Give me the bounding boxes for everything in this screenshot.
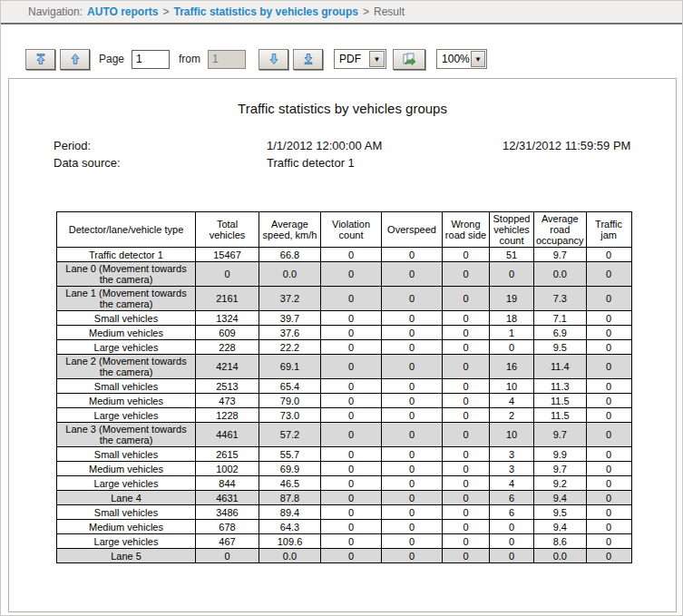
breadcrumb-auto-reports[interactable]: AUTO reports (87, 5, 158, 18)
cell-value: 18 (490, 311, 534, 326)
cell-value: 7.3 (534, 287, 587, 311)
column-header: Total vehicles (196, 212, 259, 248)
report-page: Traffic statistics by vehicles groups Pe… (8, 78, 677, 612)
total-pages-field (208, 50, 246, 69)
cell-value: 2 (490, 408, 534, 423)
cell-value: 109.6 (259, 534, 321, 549)
cell-value: 4214 (196, 355, 259, 379)
cell-value: 0 (490, 340, 534, 355)
table-row: Small vehicles348689.400069.50 (57, 505, 632, 520)
cell-value: 64.3 (259, 520, 321, 534)
last-page-button[interactable] (293, 49, 323, 70)
table-row: Medium vehicles47379.0000411.50 (57, 394, 632, 408)
cell-value: 0 (321, 340, 382, 355)
cell-value: 37.6 (259, 326, 321, 340)
row-label: Lane 3 (Movement towards the camera) (57, 423, 196, 447)
page-label: Page (99, 53, 124, 65)
row-label: Small vehicles (57, 311, 196, 326)
export-button[interactable] (393, 49, 425, 70)
row-label: Lane 2 (Movement towards the camera) (57, 355, 196, 379)
cell-value: 0 (321, 549, 382, 563)
breadcrumb-result: Result (374, 5, 405, 18)
cell-value: 0 (382, 505, 443, 520)
cell-value: 609 (196, 326, 259, 340)
cell-value: 0 (490, 520, 534, 534)
export-format-select[interactable]: PDF ▼ (334, 49, 386, 69)
row-label: Traffic detector 1 (57, 248, 196, 262)
cell-value: 0 (321, 447, 382, 462)
breadcrumb-report-name[interactable]: Traffic statistics by vehicles groups (174, 5, 358, 18)
cell-value: 0 (443, 520, 490, 534)
table-row: Lane 0 (Movement towards the camera)00.0… (57, 262, 632, 287)
cell-value: 2161 (196, 287, 259, 311)
page-number-input[interactable] (132, 50, 170, 69)
cell-value: 0 (382, 394, 443, 408)
column-header: Wrong road side (443, 212, 490, 248)
cell-value: 2615 (196, 447, 259, 462)
cell-value: 1002 (196, 462, 259, 476)
breadcrumb-label: Navigation: (28, 5, 83, 18)
cell-value: 0.0 (534, 262, 587, 287)
data-source-label: Data source: (54, 156, 267, 170)
cell-value: 37.2 (259, 287, 321, 311)
column-header: Traffic jam (586, 212, 631, 248)
cell-value: 11.4 (534, 355, 587, 379)
cell-value: 6.9 (534, 326, 587, 340)
cell-value: 0.0 (534, 549, 587, 563)
up-arrow-icon (69, 53, 82, 65)
cell-value: 0 (490, 549, 534, 563)
cell-value: 9.7 (534, 248, 587, 262)
cell-value: 0 (382, 379, 443, 394)
period-row: Period: 1/1/2012 12:00:00 AM 12/31/2012 … (9, 139, 676, 152)
previous-page-button[interactable] (60, 49, 90, 70)
cell-value: 0 (321, 394, 382, 408)
cell-value: 0 (382, 287, 443, 311)
cell-value: 0 (443, 379, 490, 394)
cell-value: 4 (490, 394, 534, 408)
cell-value: 55.7 (259, 447, 321, 462)
first-page-button[interactable] (25, 49, 55, 70)
cell-value: 0 (586, 311, 631, 326)
cell-value: 51 (490, 248, 534, 262)
report-info: Period: 1/1/2012 12:00:00 AM 12/31/2012 … (9, 139, 676, 170)
table-row: Lane 500.000000.00 (57, 549, 632, 563)
zoom-level-select[interactable]: 100% ▼ (436, 49, 487, 69)
cell-value: 1324 (196, 311, 259, 326)
cell-value: 57.2 (259, 423, 321, 447)
cell-value: 0 (321, 520, 382, 534)
cell-value: 0 (586, 447, 631, 462)
cell-value: 0 (321, 534, 382, 549)
cell-value: 0 (321, 491, 382, 505)
column-header: Average speed, km/h (259, 212, 321, 248)
cell-value: 0 (443, 311, 490, 326)
report-toolbar: Page from PDF ▼ 100% ▼ (25, 48, 682, 70)
cell-value: 0 (586, 379, 631, 394)
table-row: Lane 4463187.800069.40 (57, 491, 632, 505)
data-source-value: Traffic detector 1 (267, 156, 502, 170)
cell-value: 0 (443, 394, 490, 408)
table-row: Medium vehicles100269.900039.70 (57, 462, 632, 476)
column-header: Overspeed (382, 212, 443, 248)
cell-value: 0 (490, 262, 534, 287)
cell-value: 0 (382, 549, 443, 563)
cell-value: 11.5 (534, 394, 587, 408)
cell-value: 9.5 (534, 505, 587, 520)
cell-value: 65.4 (259, 379, 321, 394)
table-row: Small vehicles132439.7000187.10 (57, 311, 632, 326)
cell-value: 0 (586, 423, 631, 447)
cell-value: 6 (490, 491, 534, 505)
cell-value: 0 (586, 505, 631, 520)
cell-value: 9.7 (534, 462, 587, 476)
cell-value: 0 (443, 355, 490, 379)
row-label: Medium vehicles (57, 394, 196, 408)
cell-value: 467 (196, 534, 259, 549)
table-row: Small vehicles261555.700039.90 (57, 447, 632, 462)
first-page-up-arrow-icon (34, 53, 47, 65)
cell-value: 0 (321, 476, 382, 491)
cell-value: 7.1 (534, 311, 587, 326)
column-header: Average road occupancy (534, 212, 587, 248)
next-page-button[interactable] (259, 49, 288, 70)
row-label: Medium vehicles (57, 462, 196, 476)
table-row: Lane 1 (Movement towards the camera)2161… (57, 287, 632, 311)
cell-value: 0 (443, 491, 490, 505)
